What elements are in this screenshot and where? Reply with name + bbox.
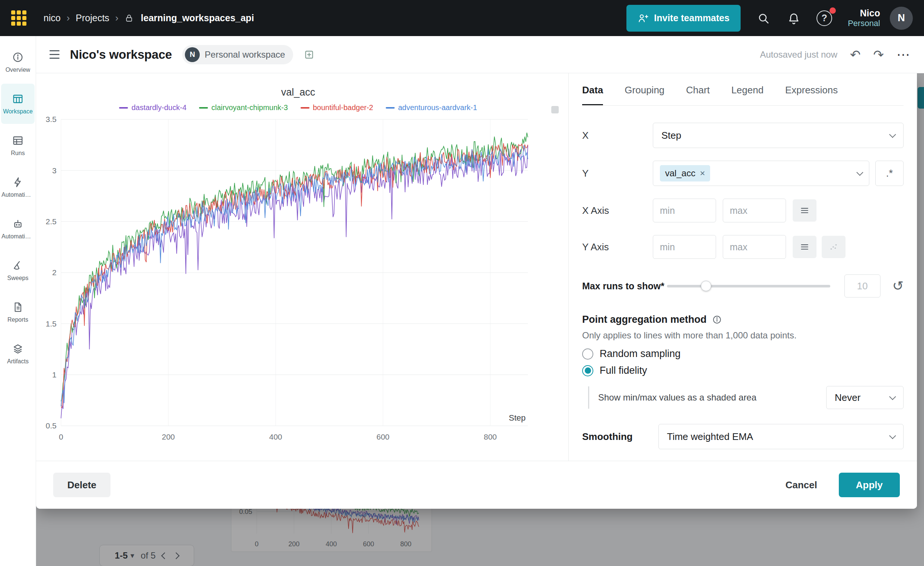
y-axis-max-input[interactable]	[723, 235, 786, 259]
max-runs-slider-thumb[interactable]	[701, 281, 711, 291]
scatter-points-button[interactable]	[822, 236, 846, 258]
svg-text:600: 600	[376, 433, 390, 441]
wandb-logo-icon[interactable]	[11, 10, 26, 25]
automations-robot-icon	[12, 218, 24, 230]
sidebar-item-automations[interactable]: Automations	[1, 209, 34, 249]
tab-chart[interactable]: Chart	[686, 84, 710, 105]
svg-text:Step: Step	[509, 413, 526, 422]
sidebar-item-workspace[interactable]: Workspace	[1, 84, 34, 124]
tab-data[interactable]: Data	[582, 84, 603, 105]
minmax-select-value: Never	[835, 392, 860, 403]
x-select-value: Step	[662, 130, 681, 141]
smoothing-select[interactable]: Time weighted EMA	[658, 424, 903, 449]
chevron-down-icon	[889, 432, 896, 439]
y-axis-min-input[interactable]	[653, 235, 716, 259]
invite-teammates-button[interactable]: Invite teammates	[626, 5, 741, 31]
x-select[interactable]: Step	[653, 123, 903, 148]
breadcrumb-separator-icon: ›	[116, 12, 118, 24]
x-log-scale-button[interactable]	[793, 199, 816, 222]
svg-text:200: 200	[162, 433, 175, 441]
autosave-status: Autosaved just now	[760, 49, 837, 60]
sidebar-item-reports[interactable]: Reports	[1, 292, 34, 332]
minmax-select[interactable]: Never	[826, 386, 903, 409]
legend-item[interactable]: clairvoyant-chipmunk-3	[199, 103, 288, 112]
artifacts-layers-icon	[12, 343, 24, 355]
help-icon[interactable]: ?	[816, 10, 832, 26]
edit-panel-modal: val_acc dastardly-duck-4 clairvoyant-chi…	[36, 73, 917, 509]
user-avatar[interactable]: N	[890, 7, 913, 30]
val-acc-line-chart: 02004006008000.511.522.533.5Step	[40, 115, 554, 449]
user-block[interactable]: Nico Personal	[848, 8, 880, 28]
tab-legend[interactable]: Legend	[731, 84, 764, 105]
legend-item[interactable]: bountiful-badger-2	[300, 103, 373, 112]
svg-text:1: 1	[52, 370, 57, 379]
panel-sidebar-toggle-icon[interactable]	[50, 50, 60, 59]
regex-toggle-button[interactable]: .*	[875, 161, 903, 186]
left-sidebar: Overview Workspace Runs Automations	[0, 36, 36, 566]
breadcrumb-entity[interactable]: nico	[44, 13, 61, 24]
settings-tabs: Data Grouping Chart Legend Expressions	[582, 73, 903, 106]
y-metric-tag: val_acc ×	[660, 165, 710, 181]
breadcrumb-project-name[interactable]: learning_workspaces_api	[141, 13, 254, 24]
reset-icon[interactable]: ↺	[892, 279, 903, 293]
redo-icon[interactable]: ↷	[873, 48, 884, 61]
smoothing-label: Smoothing	[582, 431, 658, 443]
remove-tag-icon[interactable]: ×	[700, 168, 705, 178]
undo-icon[interactable]: ↶	[850, 48, 861, 61]
info-icon	[12, 51, 24, 63]
tab-grouping[interactable]: Grouping	[624, 84, 664, 105]
svg-text:0: 0	[59, 433, 63, 441]
radio-random-sampling[interactable]: Random sampling	[582, 348, 903, 359]
minmax-shaded-label: Show min/max values as a shaded area	[598, 392, 826, 403]
chevron-down-icon	[889, 131, 896, 138]
overflow-menu-icon[interactable]: ⋯	[897, 47, 910, 63]
workspace-header-bar: Nico's workspace N Personal workspace Au…	[36, 36, 924, 73]
chart-legend: dastardly-duck-4 clairvoyant-chipmunk-3 …	[40, 103, 556, 112]
create-report-icon[interactable]	[303, 49, 315, 60]
sidebar-item-runs[interactable]: Runs	[1, 125, 34, 165]
y-axis-label: Y Axis	[582, 241, 653, 253]
indent-guide	[588, 386, 589, 409]
search-icon[interactable]	[756, 10, 771, 26]
sidebar-item-artifacts[interactable]: Artifacts	[1, 334, 34, 374]
legend-swatch	[386, 107, 394, 109]
sidebar-item-jobs[interactable]: Automations	[1, 167, 34, 207]
svg-text:3.5: 3.5	[46, 115, 57, 123]
workspace-scope-badge[interactable]: N Personal workspace	[182, 45, 293, 64]
workspace-title: Nico's workspace	[70, 48, 172, 62]
max-runs-value-input[interactable]	[844, 274, 880, 298]
max-runs-slider[interactable]	[667, 285, 830, 287]
top-navbar: nico › Projects › learning_workspaces_ap…	[0, 0, 924, 36]
cancel-button[interactable]: Cancel	[771, 473, 831, 497]
chevron-down-icon	[889, 393, 896, 400]
delete-button[interactable]: Delete	[53, 473, 111, 497]
x-field-label: X	[582, 130, 653, 141]
x-axis-label: X Axis	[582, 205, 653, 216]
tab-expressions[interactable]: Expressions	[785, 84, 838, 105]
svg-text:3: 3	[52, 166, 57, 175]
x-axis-min-input[interactable]	[653, 199, 716, 222]
legend-item[interactable]: dastardly-duck-4	[119, 103, 186, 112]
runs-table-icon	[12, 135, 24, 147]
y-metric-combobox[interactable]: val_acc ×	[653, 161, 869, 186]
jobs-lightning-icon	[12, 176, 24, 188]
notifications-bell-icon[interactable]	[786, 10, 802, 26]
point-aggregation-note: Only applies to lines with more than 1,0…	[582, 330, 903, 341]
sidebar-item-overview[interactable]: Overview	[1, 42, 34, 82]
panel-options-icon[interactable]	[551, 106, 559, 114]
workspace-icon	[12, 93, 24, 105]
user-scope: Personal	[848, 19, 880, 28]
chart-title: val_acc	[40, 87, 556, 98]
breadcrumb-projects[interactable]: Projects	[76, 13, 110, 24]
info-icon[interactable]	[712, 314, 722, 325]
user-name: Nico	[848, 8, 880, 19]
legend-item[interactable]: adventurous-aardvark-1	[386, 103, 477, 112]
y-log-scale-button[interactable]	[793, 236, 816, 258]
sidebar-item-sweeps[interactable]: Sweeps	[1, 250, 34, 290]
x-axis-max-input[interactable]	[723, 199, 786, 222]
legend-swatch	[300, 107, 309, 109]
svg-text:2: 2	[52, 268, 57, 277]
apply-button[interactable]: Apply	[839, 473, 900, 497]
svg-text:0.5: 0.5	[46, 421, 57, 430]
radio-full-fidelity[interactable]: Full fidelity	[582, 365, 903, 376]
